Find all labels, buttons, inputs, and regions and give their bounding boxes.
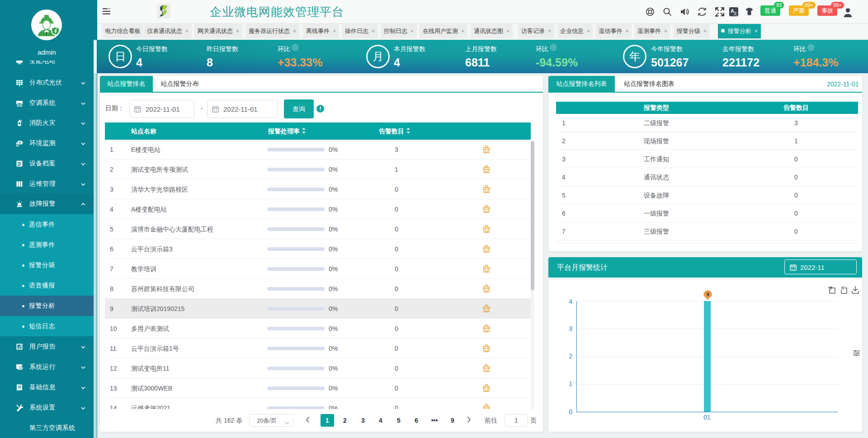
svg-text:4: 4 (706, 292, 709, 297)
svg-text:文: 文 (733, 11, 737, 16)
